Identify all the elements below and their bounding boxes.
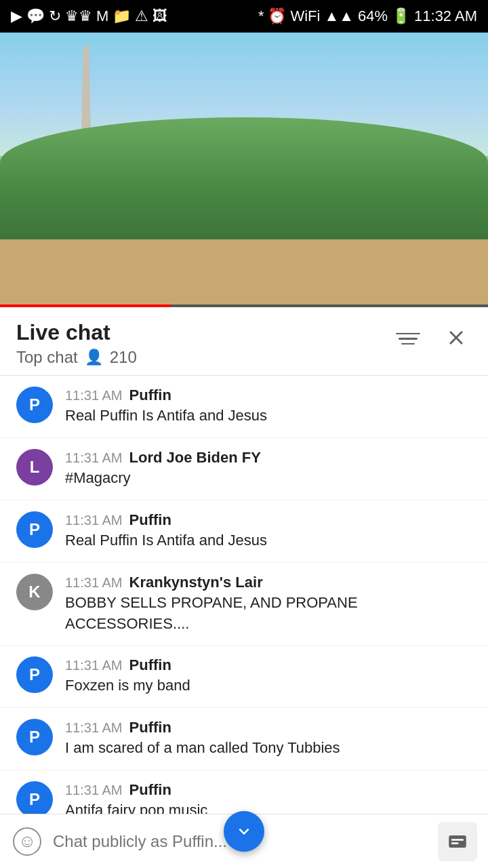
notification-icon: 💬	[26, 7, 45, 25]
message-time: 11:31 AM	[65, 388, 123, 403]
message-meta: 11:31 AM Lord Joe Biden FY	[65, 449, 472, 467]
scroll-down-button[interactable]	[224, 811, 264, 852]
crown-icon: ♛♛	[65, 7, 92, 25]
livechat-title-area: Live chat Top chat 👤 210	[16, 319, 137, 367]
message-time: 11:31 AM	[65, 720, 123, 736]
message-text: #Magacry	[65, 468, 472, 489]
user-avatar: P	[16, 387, 53, 423]
livechat-controls	[392, 322, 472, 355]
livechat-subtitle: Top chat 👤 210	[16, 348, 137, 367]
message-meta: 11:31 AM Puffin	[65, 719, 472, 736]
svg-rect-2	[451, 842, 458, 844]
chat-message: L 11:31 AM Lord Joe Biden FY #Magacry	[0, 438, 488, 500]
chat-messages-container: P 11:31 AM Puffin Real Puffin Is Antifa …	[0, 376, 488, 868]
app-icon: M	[96, 7, 108, 25]
video-ground	[0, 239, 488, 307]
close-button[interactable]	[441, 322, 472, 355]
battery-text: 64%	[358, 7, 388, 25]
chevron-down-icon	[234, 821, 254, 842]
viewers-count: 210	[110, 348, 137, 367]
message-text: Foxzen is my band	[65, 675, 472, 696]
message-body: 11:31 AM Krankynstyn's Lair BOBBY SELLS …	[65, 574, 472, 635]
sync-icon: ↻	[49, 7, 61, 25]
message-body: 11:31 AM Puffin I am scared of a man cal…	[65, 719, 472, 759]
chat-message: K 11:31 AM Krankynstyn's Lair BOBBY SELL…	[0, 563, 488, 646]
image-icon: 🖼	[152, 7, 167, 25]
superchat-icon	[447, 832, 468, 851]
message-username: Puffin	[129, 781, 171, 799]
message-meta: 11:31 AM Puffin	[65, 511, 472, 529]
message-text: BOBBY SELLS PROPANE, AND PROPANE ACCESSO…	[65, 593, 472, 635]
video-trees	[0, 117, 488, 253]
livechat-title: Live chat	[16, 319, 137, 345]
user-avatar: P	[16, 781, 53, 818]
filter-button[interactable]	[392, 326, 424, 353]
top-chat-label: Top chat	[16, 348, 78, 367]
emoji-icon: ☺	[13, 827, 41, 856]
wifi-icon: WiFi	[290, 7, 320, 25]
user-avatar: P	[16, 656, 53, 693]
message-username: Puffin	[129, 656, 171, 674]
viewers-icon: 👤	[85, 349, 103, 366]
bluetooth-icon: *	[258, 7, 264, 25]
message-text: I am scared of a man called Tony Tubbies	[65, 738, 472, 759]
message-time: 11:31 AM	[65, 513, 123, 528]
message-time: 11:31 AM	[65, 450, 123, 466]
svg-rect-1	[451, 839, 464, 841]
message-body: 11:31 AM Puffin Real Puffin Is Antifa an…	[65, 511, 472, 551]
alarm-icon: ⏰	[268, 7, 286, 25]
user-avatar: K	[16, 574, 53, 610]
livechat-header: Live chat Top chat 👤 210	[0, 307, 488, 376]
emoji-button[interactable]: ☺	[11, 825, 43, 858]
filter-icon	[396, 330, 420, 349]
message-body: 11:31 AM Puffin Real Puffin Is Antifa an…	[65, 387, 472, 427]
message-text: Real Puffin Is Antifa and Jesus	[65, 530, 472, 551]
superchat-button[interactable]	[438, 822, 477, 861]
status-right-icons: * ⏰ WiFi ▲▲ 64% 🔋 11:32 AM	[258, 7, 477, 25]
message-username: Lord Joe Biden FY	[129, 449, 261, 467]
youtube-icon: ▶	[11, 7, 22, 25]
message-body: 11:31 AM Puffin Foxzen is my band	[65, 656, 472, 696]
messages-list: P 11:31 AM Puffin Real Puffin Is Antifa …	[0, 376, 488, 832]
message-time: 11:31 AM	[65, 658, 123, 673]
status-bar: ▶ 💬 ↻ ♛♛ M 📁 ⚠ 🖼 * ⏰ WiFi ▲▲ 64% 🔋 11:32…	[0, 0, 488, 33]
message-text: Real Puffin Is Antifa and Jesus	[65, 406, 472, 427]
user-avatar: L	[16, 449, 53, 486]
chat-message: P 11:31 AM Puffin Real Puffin Is Antifa …	[0, 376, 488, 438]
signal-icon: ▲▲	[324, 7, 354, 25]
close-icon	[445, 326, 468, 349]
message-time: 11:31 AM	[65, 783, 123, 798]
message-meta: 11:31 AM Puffin	[65, 387, 472, 404]
message-meta: 11:31 AM Puffin	[65, 781, 472, 799]
message-time: 11:31 AM	[65, 575, 123, 591]
chat-message: P 11:31 AM Puffin I am scared of a man c…	[0, 708, 488, 770]
user-avatar: P	[16, 719, 53, 755]
battery-icon: 🔋	[392, 7, 410, 25]
message-body: 11:31 AM Lord Joe Biden FY #Magacry	[65, 449, 472, 489]
message-username: Krankynstyn's Lair	[129, 574, 263, 591]
status-icons: ▶ 💬 ↻ ♛♛ M 📁 ⚠ 🖼	[11, 7, 167, 25]
video-thumbnail[interactable]	[0, 33, 488, 307]
chat-message: P 11:31 AM Puffin Real Puffin Is Antifa …	[0, 500, 488, 563]
user-avatar: P	[16, 511, 53, 548]
message-meta: 11:31 AM Puffin	[65, 656, 472, 674]
video-progress-bar	[0, 304, 488, 307]
message-username: Puffin	[129, 387, 171, 404]
message-username: Puffin	[129, 511, 171, 529]
message-username: Puffin	[129, 719, 171, 736]
chat-message: P 11:31 AM Puffin Foxzen is my band	[0, 646, 488, 708]
svg-rect-0	[449, 835, 466, 848]
message-meta: 11:31 AM Krankynstyn's Lair	[65, 574, 472, 591]
folder-icon: 📁	[113, 7, 131, 25]
video-progress-fill	[0, 304, 171, 307]
alert-icon: ⚠	[135, 7, 148, 25]
time-display: 11:32 AM	[414, 7, 477, 25]
